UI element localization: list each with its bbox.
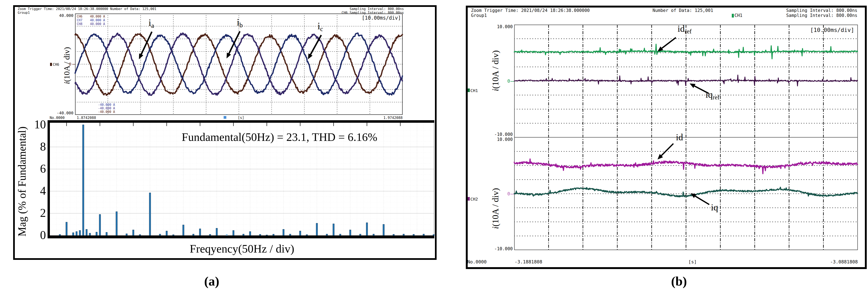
scope-b-sub1-zero-dash [510,81,514,82]
dq-current-plot [514,25,858,250]
scope-b-group-label: Group1 [471,13,487,18]
scope-b-number-of-data: Number of Data: 125,001 [652,8,713,13]
scope-a-record-no: No.0000 [50,116,65,120]
scope-b-time-start: -3.1881808 [515,259,542,264]
scope-a-sampling-interval: Sampling Interval: 800.00ns [300,7,404,11]
figure-canvas: Zoom Trigger Time: 2021/08/24 18:26:38.0… [0,0,868,297]
scope-b-sub2-ylabel: i(10A / div) [490,177,500,240]
scope-a-time-end: 1.9742088 [361,116,403,120]
scope-b-record-no: No.0000 [467,259,487,264]
scope-a-time-start: 1.8742088 [77,116,96,120]
scope-b-sub1-ymin: -10.000 [482,132,513,137]
scope-a-zero-dash [72,64,75,64]
fft-xlabel: Freqyency(50Hz / div) [138,242,346,255]
scope-b-sub1-zero: 0 [507,79,510,84]
scope-a-header-line1: Zoom Trigger Time: 2021/08/24 18:26:38.0… [18,7,156,11]
iqref-annotation-label: iqref [706,89,719,101]
scope-a-ymax-label: 40.000 [49,13,73,18]
scope-b-ch1-axis-label: CH1 [470,88,478,93]
ic-annotation-label: ic [317,21,323,33]
scope-b-sub1-ylabel: i(10A / div) [490,39,500,102]
scope-a-time-unit: [s] [238,116,244,120]
scope-a-neg-range-row-2: -40.000 A [98,110,115,114]
scope-b-sub1-ymax: 10.000 [482,24,513,29]
ib-annotation-label: ib [237,17,243,29]
scope-b-ch1-sampling-interval: Sampling Interval: 800.00ns [749,13,857,18]
ch1-marker-icon [468,89,470,92]
ch1-header-marker-icon [732,14,734,18]
scope-a-ylabel: i(10A / div) [62,36,71,95]
ch6-marker-icon [50,63,52,66]
id-annotation-label: id [676,132,683,143]
caption-b: (b) [666,274,691,289]
scope-a-header-line2: Group1 [18,11,30,14]
scope-b-time-end: -3.0881808 [811,259,858,264]
scope-a-neg-range-labels: -40.000 A-40.000 A-40.000 A [98,103,115,114]
fft-title: Fundamental(50Hz) = 23.1, THD = 6.16% [129,130,430,144]
idref-annotation-label: idref [678,23,691,35]
scope-b-trigger-time: Zoom Trigger Time: 2021/08/24 18:26:38.0… [471,8,590,13]
scope-b-sub2-ymin: -10.000 [482,246,513,251]
ch2-marker-icon [468,197,470,201]
scope-b-sampling-interval: Sampling Interval: 800.00ns [749,8,857,13]
ia-annotation-label: ia [149,17,154,29]
scope-a-cursor-marker-icon [224,116,226,119]
scope-b-ch1-label: CH1 [735,13,742,18]
scope-a-neg-range-row-1: -40.000 A [98,107,115,110]
caption-a: (a) [199,274,224,289]
scope-a-channel-row-CH8: CH8 40.000 A [77,22,105,26]
scope-a-timebase: [10.00ms/div] [346,15,401,21]
scope-a-ymin-label: -40.000 [49,111,73,115]
scope-a-channel-row-CH6: CH6 40.000 A [77,14,105,18]
scope-a-channel-row-CH7: CH7 40.000 A [77,18,105,22]
scope-b-sub2-ymax: 10.000 [482,137,513,142]
fft-ylabel: Mag (% of Fundamental) [16,109,28,255]
scope-b-ch2-axis-label: CH2 [470,197,478,202]
scope-b-time-unit: [s] [688,259,697,264]
scope-b-timebase: [10.00ms/div] [782,27,854,33]
scope-a-channel-legend: CH6 40.000 ACH7 40.000 ACH8 40.000 A [77,14,105,26]
scope-b-sub2-zero: 0 [507,191,510,197]
scope-a-ch-marker-label: CH6 [53,62,59,66]
scope-b-sub2-zero-dash [510,194,514,194]
scope-a-neg-range-row-0: -40.000 A [98,103,115,107]
iq-annotation-label: iq [711,202,718,213]
